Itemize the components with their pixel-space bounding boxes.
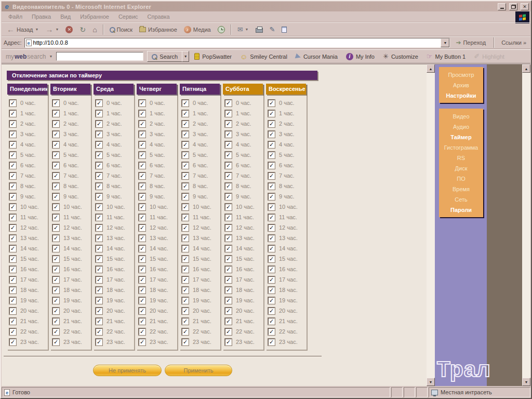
stop-button[interactable]: ✕	[62, 23, 76, 35]
logo-dropdown-icon[interactable]: ▼	[49, 55, 52, 58]
hour-checkbox[interactable]: ✓	[225, 276, 232, 283]
hour-checkbox[interactable]: ✓	[52, 328, 59, 335]
hour-checkbox[interactable]: ✓	[9, 110, 16, 117]
hour-checkbox[interactable]: ✓	[96, 214, 102, 221]
menu-item[interactable]: Файл	[4, 12, 27, 21]
hour-checkbox[interactable]: ✓	[52, 245, 59, 252]
hour-checkbox[interactable]: ✓	[52, 152, 59, 158]
mws-search-dropdown[interactable]: ▼	[182, 51, 189, 62]
hour-checkbox[interactable]: ✓	[225, 297, 232, 304]
hour-checkbox[interactable]: ✓	[9, 204, 16, 210]
mail-button[interactable]: ✉ ▼	[234, 23, 252, 35]
address-dropdown-button[interactable]: ▼	[441, 38, 449, 47]
hour-checkbox[interactable]: ✓	[182, 276, 189, 283]
hour-checkbox[interactable]: ✓	[182, 224, 189, 231]
menu-item[interactable]: Правка	[27, 12, 56, 21]
hour-checkbox[interactable]: ✓	[96, 328, 102, 335]
hour-checkbox[interactable]: ✓	[9, 245, 16, 252]
scroll-down-icon[interactable]: ▼	[522, 378, 530, 386]
hour-checkbox[interactable]: ✓	[9, 152, 16, 158]
hour-checkbox[interactable]: ✓	[139, 245, 145, 252]
hour-checkbox[interactable]: ✓	[139, 297, 145, 304]
hour-checkbox[interactable]: ✓	[52, 193, 59, 200]
hour-checkbox[interactable]: ✓	[9, 308, 16, 314]
hour-checkbox[interactable]: ✓	[52, 297, 59, 304]
links-button[interactable]: Ссылки »	[499, 39, 528, 46]
hour-checkbox[interactable]: ✓	[9, 276, 16, 283]
sidebar-item[interactable]: Сеть	[439, 194, 483, 205]
hour-checkbox[interactable]: ✓	[225, 245, 232, 252]
go-button[interactable]: ➔ Переход	[453, 39, 489, 46]
hour-checkbox[interactable]: ✓	[268, 121, 275, 127]
hour-checkbox[interactable]: ✓	[96, 318, 102, 325]
hour-checkbox[interactable]: ✓	[139, 276, 145, 283]
window-scrollbar[interactable]: ▲ ▼	[522, 64, 530, 386]
hour-checkbox[interactable]: ✓	[96, 266, 102, 273]
hour-checkbox[interactable]: ✓	[182, 318, 189, 325]
sidebar-item[interactable]: Пароли	[439, 205, 483, 215]
mws-button-popswatter[interactable]: PopSwatter	[193, 53, 233, 60]
hour-checkbox[interactable]: ✓	[225, 328, 232, 335]
hour-checkbox[interactable]: ✓	[182, 193, 189, 200]
hour-checkbox[interactable]: ✓	[268, 204, 275, 210]
hour-checkbox[interactable]: ✓	[139, 141, 145, 148]
hour-checkbox[interactable]: ✓	[9, 131, 16, 138]
hour-checkbox[interactable]: ✓	[225, 235, 232, 242]
hour-checkbox[interactable]: ✓	[225, 224, 232, 231]
hour-checkbox[interactable]: ✓	[182, 183, 189, 190]
address-url[interactable]: http://10.0.0.8	[33, 39, 440, 46]
hour-checkbox[interactable]: ✓	[268, 152, 275, 158]
sidebar-item[interactable]: ПО	[439, 174, 483, 184]
refresh-button[interactable]: ↻	[76, 23, 89, 35]
forward-button[interactable]: → ▼	[42, 23, 62, 35]
menu-item[interactable]: Сервис	[114, 12, 143, 21]
hour-checkbox[interactable]: ✓	[225, 256, 232, 262]
restore-button[interactable]	[509, 3, 517, 10]
hour-checkbox[interactable]: ✓	[52, 172, 59, 179]
hour-checkbox[interactable]: ✓	[182, 214, 189, 221]
hour-checkbox[interactable]: ✓	[182, 308, 189, 314]
hour-checkbox[interactable]: ✓	[52, 339, 59, 345]
edit-button[interactable]: ✎	[267, 23, 278, 35]
hour-checkbox[interactable]: ✓	[9, 162, 16, 169]
sidebar-item[interactable]: Архив	[439, 80, 483, 90]
sidebar-item[interactable]: Аудио	[439, 122, 483, 132]
hour-checkbox[interactable]: ✓	[182, 162, 189, 169]
hour-checkbox[interactable]: ✓	[139, 318, 145, 325]
hour-checkbox[interactable]: ✓	[9, 235, 16, 242]
hour-checkbox[interactable]: ✓	[268, 141, 275, 148]
hour-checkbox[interactable]: ✓	[9, 121, 16, 127]
forward-dropdown-icon[interactable]: ▼	[55, 28, 59, 31]
hour-checkbox[interactable]: ✓	[225, 100, 232, 107]
sidebar-item[interactable]: Видео	[439, 111, 483, 122]
hour-checkbox[interactable]: ✓	[96, 224, 102, 231]
hour-checkbox[interactable]: ✓	[52, 214, 59, 221]
hour-checkbox[interactable]: ✓	[182, 287, 189, 294]
scroll-up-icon[interactable]: ▲	[427, 64, 435, 73]
hour-checkbox[interactable]: ✓	[139, 308, 145, 314]
hour-checkbox[interactable]: ✓	[139, 152, 145, 158]
home-button[interactable]: ⌂	[89, 23, 100, 35]
hour-checkbox[interactable]: ✓	[52, 121, 59, 127]
hour-checkbox[interactable]: ✓	[96, 204, 102, 210]
hour-checkbox[interactable]: ✓	[9, 183, 16, 190]
hour-checkbox[interactable]: ✓	[9, 339, 16, 345]
print-button[interactable]	[252, 23, 266, 35]
hour-checkbox[interactable]: ✓	[182, 204, 189, 210]
hour-checkbox[interactable]: ✓	[9, 100, 16, 107]
mail-dropdown-icon[interactable]: ▼	[245, 28, 249, 31]
hour-checkbox[interactable]: ✓	[96, 183, 102, 190]
hour-checkbox[interactable]: ✓	[96, 131, 102, 138]
hour-checkbox[interactable]: ✓	[9, 224, 16, 231]
scroll-down-icon[interactable]: ▼	[427, 378, 435, 386]
hour-checkbox[interactable]: ✓	[96, 162, 102, 169]
hour-checkbox[interactable]: ✓	[268, 266, 275, 273]
hour-checkbox[interactable]: ✓	[268, 245, 275, 252]
menu-item[interactable]: Вид	[56, 12, 75, 21]
hour-checkbox[interactable]: ✓	[268, 328, 275, 335]
hour-checkbox[interactable]: ✓	[96, 121, 102, 127]
hour-checkbox[interactable]: ✓	[182, 100, 189, 107]
hour-checkbox[interactable]: ✓	[139, 172, 145, 179]
hour-checkbox[interactable]: ✓	[52, 110, 59, 117]
hour-checkbox[interactable]: ✓	[139, 162, 145, 169]
